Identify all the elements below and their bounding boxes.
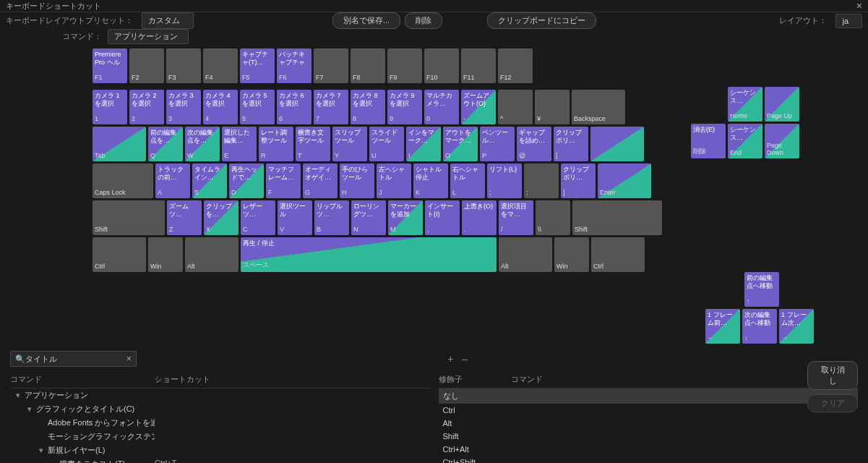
key-Ctrl[interactable]: Ctrl [93,237,146,272]
key-U[interactable]: スライドツールU [369,127,404,161]
key-Y[interactable]: スリップツールY [332,127,367,161]
key-Q[interactable]: 前の編集点を…Q [148,127,183,161]
key-Enter[interactable]: Enter [598,163,651,198]
key-^[interactable]: ^ [498,90,533,124]
key-3[interactable]: カメラ 3 を選択3 [166,90,201,124]
modifier-row[interactable]: Alt [439,417,859,430]
key-D[interactable]: 再生ヘッドで…D [229,163,264,198]
key-Caps Lock[interactable]: Caps Lock [93,163,153,198]
key-X[interactable]: クリップを…X [204,200,239,235]
key-Shift[interactable]: Shift [572,200,662,235]
key-C[interactable]: レザーツ…C [241,200,275,235]
key-F5[interactable]: キャプチャ(T)…F5 [240,48,275,83]
delete-button[interactable]: 削除 [405,12,442,29]
key-Shift[interactable]: Shift [93,200,165,235]
key-F1[interactable]: Premiere Pro ヘルプ…F1 [93,48,127,83]
key-F7[interactable]: F7 [314,48,348,83]
key-B[interactable]: リップルツ…B [314,200,349,235]
search-input[interactable] [25,354,126,363]
preset-select[interactable]: カスタム [142,12,194,29]
key-F3[interactable]: F3 [166,48,201,83]
modifier-row[interactable]: なし [439,388,859,404]
key-.[interactable]: 上書き(O). [462,200,497,235]
key-9[interactable]: カメラ 9 を選択9 [387,90,422,124]
key-→[interactable]: 1 フレーム次…→ [779,309,814,344]
key-Backspace[interactable]: Backspace [572,90,625,124]
key-W[interactable]: 次の編集点を…W [185,127,220,161]
minus-icon[interactable]: – [462,353,468,365]
clear-search-icon[interactable]: × [126,354,132,364]
key-F[interactable]: マッチフレーム…F [266,163,301,198]
command-tree[interactable]: ▾アプリケーション▾グラフィックとタイトル(C)Adobe Fonts からフォ… [10,388,430,463]
key-4[interactable]: カメラ 4 を選択4 [203,90,238,124]
undo-button[interactable]: 取り消し [807,361,858,390]
clear-button[interactable]: クリア [807,394,858,412]
key-Z[interactable]: ズームツ…Z [167,200,202,235]
key-S[interactable]: タイムライン…S [192,163,227,198]
key-End[interactable]: シーケンス…End [728,124,762,158]
key-Tab[interactable]: Tab [93,127,146,161]
key-5[interactable]: カメラ 5 を選択5 [240,90,275,124]
tree-row[interactable]: Adobe Fonts からフォントを追加… [10,416,430,430]
modifier-row[interactable]: Ctrl+Shift [439,456,859,463]
key-K[interactable]: シャトル停止K [413,163,448,198]
key-Page Down[interactable]: Page Down [765,124,799,158]
key-7[interactable]: カメラ 7 を選択7 [314,90,348,124]
key-Alt[interactable]: Alt [185,237,239,272]
key-F2[interactable]: F2 [129,48,164,83]
key-削除[interactable]: 消去(E)削除 [691,124,726,158]
key-8[interactable]: カメラ 8 を選択8 [351,90,385,124]
key-P[interactable]: ペンツール…P [480,127,515,161]
tree-row[interactable]: ▾アプリケーション [10,388,430,402]
key-F4[interactable]: F4 [203,48,238,83]
key--[interactable]: ズームアウト(O)- [461,90,496,124]
key-blank[interactable] [590,127,644,161]
commands-select[interactable]: アプリケーション [108,29,189,44]
key-↓[interactable]: 次の編集点へ移動↓ [742,309,777,344]
tree-row[interactable]: モーショングラフィックステンプレー… [10,430,430,443]
key-¥[interactable]: ¥ [535,90,570,124]
modifier-row[interactable]: Ctrl [439,404,859,417]
key-M[interactable]: マーカーを追加M [388,200,423,235]
key-/[interactable]: 選択項目をマ…/ [499,200,533,235]
key-2[interactable]: カメラ 2 を選択2 [129,90,164,124]
key-;[interactable]: リフト(L); [487,163,522,198]
key-\\[interactable]: \\ [536,200,570,235]
key-R[interactable]: レート調整ツールR [259,127,293,161]
save-as-button[interactable]: 別名で保存... [332,12,400,29]
key-←[interactable]: 1 フレーム前…← [705,309,740,344]
key-N[interactable]: ローリングツ…N [351,200,386,235]
key-O[interactable]: アウトをマーク…O [443,127,478,161]
key-Page Up[interactable]: Page Up [765,87,799,122]
key-6[interactable]: カメラ 6 を選択6 [277,90,311,124]
close-icon[interactable]: × [856,0,862,12]
key-Win[interactable]: Win [554,237,589,272]
key-H[interactable]: 手のひらツールH [340,163,374,198]
key-F10[interactable]: F10 [424,48,459,83]
key-F11[interactable]: F11 [461,48,496,83]
key-Win[interactable]: Win [148,237,183,272]
key-L[interactable]: 右へシャトルL [450,163,485,198]
key-E[interactable]: 選択した編集…E [222,127,257,161]
key-F6[interactable]: バッチキャプチャ(B)…F6 [277,48,311,83]
key-↑[interactable]: 前の編集点へ移動↑ [744,272,779,307]
key-Home[interactable]: シーケンス…Home [728,87,762,122]
search-box[interactable]: 🔍 × [10,351,137,367]
key-0[interactable]: マルチカメラ…0 [424,90,459,124]
layout-select[interactable]: ja [835,14,862,28]
key-[[interactable]: クリップボリ…[ [554,127,588,161]
key-T[interactable]: 横書き文字ツールT [296,127,330,161]
key-I[interactable]: インをマーク…I [406,127,441,161]
key-,[interactable]: インサート(I), [425,200,460,235]
key-A[interactable]: トラックの前…A [155,163,190,198]
key-スペース[interactable]: 再生 / 停止スペース [241,237,497,272]
modifier-row[interactable]: Shift [439,430,859,443]
tree-row[interactable]: ▾グラフィックとタイトル(C) [10,402,430,416]
key-1[interactable]: カメラ 1 を選択1 [93,90,127,124]
copy-clipboard-button[interactable]: クリップボードにコピー [487,12,596,29]
key-F9[interactable]: F9 [387,48,422,83]
key-J[interactable]: 左へシャトルJ [377,163,411,198]
key-@[interactable]: ギャップを詰め…@ [517,127,551,161]
key-Alt[interactable]: Alt [499,237,552,272]
key-V[interactable]: 選択ツールV [278,200,312,235]
